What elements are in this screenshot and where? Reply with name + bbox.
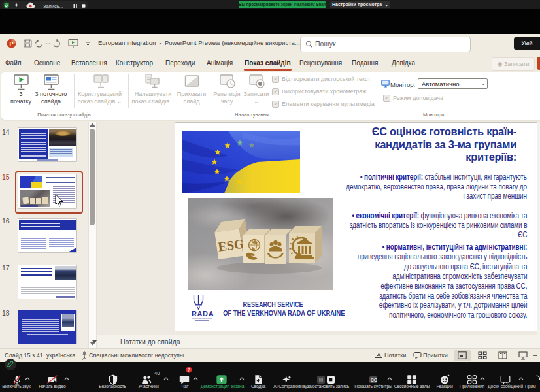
svg-text:RADA: RADA — [192, 310, 214, 318]
svg-text:40: 40 — [154, 370, 160, 376]
svg-text:CC: CC — [371, 378, 377, 382]
svg-text:P: P — [10, 41, 14, 47]
svg-text:7: 7 — [188, 368, 190, 372]
svg-text:Запись...: Запись... — [43, 3, 63, 9]
